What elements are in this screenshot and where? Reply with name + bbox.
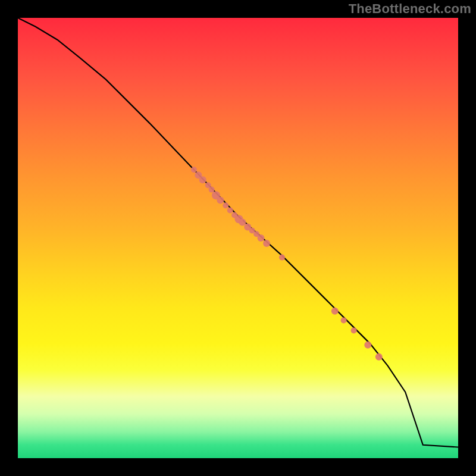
data-point xyxy=(217,196,224,203)
chart-svg-layer xyxy=(18,18,458,458)
data-point xyxy=(199,176,206,183)
data-point xyxy=(209,187,215,193)
data-point xyxy=(263,240,270,247)
data-point xyxy=(227,207,233,213)
chart-stage: TheBottleneck.com xyxy=(0,0,476,476)
data-point xyxy=(341,317,347,323)
data-point xyxy=(364,342,371,349)
chart-plot-area xyxy=(18,18,458,458)
data-point xyxy=(351,327,357,333)
data-point xyxy=(331,308,339,315)
data-point xyxy=(375,353,383,361)
data-point xyxy=(258,234,265,242)
data-point xyxy=(279,255,285,261)
watermark-text: TheBottleneck.com xyxy=(349,1,471,17)
data-point xyxy=(223,202,228,208)
data-point xyxy=(191,167,197,173)
data-point xyxy=(239,218,246,226)
performance-curve xyxy=(18,18,458,447)
data-points-group xyxy=(191,167,383,361)
